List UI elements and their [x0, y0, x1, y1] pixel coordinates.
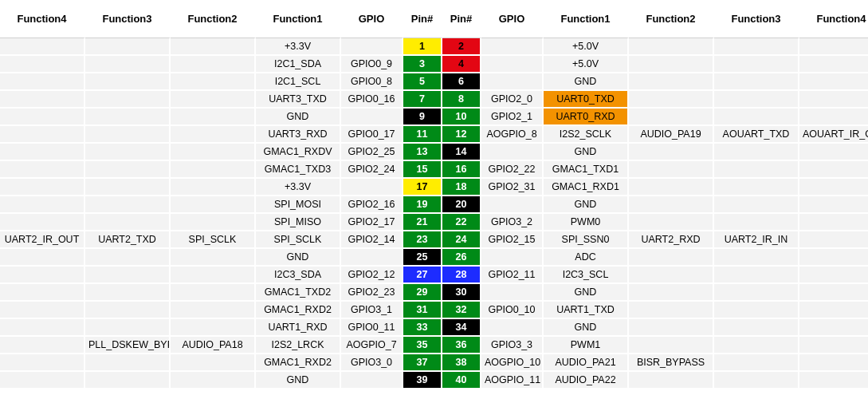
table-row: SPI_MOSIGPIO2_161920GND: [0, 196, 868, 214]
f1l-cell: GMAC1_RXD2: [256, 354, 341, 372]
gpior-cell: GPIO2_15: [481, 231, 544, 249]
f1l-cell: I2C3_SDA: [256, 267, 341, 284]
f3l-cell: [85, 267, 171, 284]
f2l-cell: [171, 354, 256, 372]
pin-right-cell: 8: [442, 91, 481, 109]
f3r-cell: [714, 372, 799, 389]
table-row: GMAC1_RXD2GPIO3_03738AOGPIO_10AUDIO_PA21…: [0, 354, 868, 372]
header-pin-right: Pin#: [442, 0, 481, 38]
table-row: +3.3V12+5.0V: [0, 38, 868, 56]
f2l-cell: [171, 56, 256, 73]
f1l-cell: I2C1_SDA: [256, 56, 341, 73]
table-row: GMAC1_RXD2GPIO3_13132GPIO0_10UART1_TXD: [0, 302, 868, 319]
f2l-cell: [171, 196, 256, 214]
pin-left-cell: 19: [403, 196, 442, 214]
f4l-cell: [0, 179, 85, 196]
gpiol-cell: GPIO0_8: [341, 73, 403, 91]
table-row: I2C1_SDAGPIO0_934+5.0V: [0, 56, 868, 73]
f3r-cell: [714, 284, 799, 302]
table-row: UART1_RXDGPIO0_113334GND: [0, 319, 868, 337]
pin-left-cell: 35: [403, 337, 442, 354]
f1r-cell: UART1_TXD: [544, 302, 629, 319]
f4r-cell: [799, 284, 868, 302]
f2l-cell: SPI_SCLK: [171, 231, 256, 249]
gpiol-cell: [341, 109, 403, 126]
pin-left-cell: 25: [403, 249, 442, 267]
pin-left-cell: 7: [403, 91, 442, 109]
f4l-cell: UART2_IR_OUT: [0, 231, 85, 249]
pin-left-cell: 5: [403, 73, 442, 91]
gpior-cell: [481, 319, 544, 337]
f3r-cell: [714, 302, 799, 319]
f4r-cell: [799, 372, 868, 389]
pin-right-cell: 10: [442, 109, 481, 126]
f4l-cell: [0, 214, 85, 231]
table-row: I2C3_SDAGPIO2_122728GPIO2_11I2C3_SCL: [0, 267, 868, 284]
pin-left-cell: 15: [403, 161, 442, 179]
f1r-cell: GMAC1_RXD1: [544, 179, 629, 196]
pin-right-cell: 30: [442, 284, 481, 302]
f2r-cell: [629, 73, 714, 91]
f1l-cell: GMAC1_TXD3: [256, 161, 341, 179]
f4l-cell: [0, 267, 85, 284]
pin-right-cell: 12: [442, 126, 481, 144]
f2l-cell: [171, 284, 256, 302]
f3r-cell: UART2_IR_IN: [714, 231, 799, 249]
gpior-cell: GPIO3_3: [481, 337, 544, 354]
f3l-cell: [85, 109, 171, 126]
pin-right-cell: 16: [442, 161, 481, 179]
f4r-cell: [799, 196, 868, 214]
pin-right-cell: 14: [442, 144, 481, 161]
f1l-cell: I2S2_LRCK: [256, 337, 341, 354]
f2l-cell: [171, 302, 256, 319]
pin-right-cell: 28: [442, 267, 481, 284]
f4l-cell: [0, 319, 85, 337]
table-row: GND910GPIO2_1UART0_RXD: [0, 109, 868, 126]
table-row: GND3940AOGPIO_11AUDIO_PA22: [0, 372, 868, 389]
f4l-cell: [0, 372, 85, 389]
pin-right-cell: 26: [442, 249, 481, 267]
f1l-cell: SPI_MISO: [256, 214, 341, 231]
f2r-cell: [629, 91, 714, 109]
f3r-cell: [714, 267, 799, 284]
f2l-cell: [171, 179, 256, 196]
f4l-cell: [0, 354, 85, 372]
f2r-cell: [629, 214, 714, 231]
f1l-cell: +3.3V: [256, 38, 341, 56]
gpiol-cell: AOGPIO_7: [341, 337, 403, 354]
f3r-cell: [714, 109, 799, 126]
table-row: GMAC1_TXD2GPIO2_232930GND: [0, 284, 868, 302]
gpiol-cell: [341, 249, 403, 267]
f4l-cell: [0, 302, 85, 319]
table-row: GND2526ADC: [0, 249, 868, 267]
pin-left-cell: 3: [403, 56, 442, 73]
pin-right-cell: 34: [442, 319, 481, 337]
f2r-cell: [629, 196, 714, 214]
gpiol-cell: GPIO2_23: [341, 284, 403, 302]
f4l-cell: [0, 126, 85, 144]
gpiol-cell: GPIO3_1: [341, 302, 403, 319]
gpior-cell: [481, 38, 544, 56]
f2l-cell: AUDIO_PA18: [171, 337, 256, 354]
f4l-cell: [0, 161, 85, 179]
f3l-cell: UART2_TXD: [85, 231, 171, 249]
f1r-cell: SPI_SSN0: [544, 231, 629, 249]
pin-right-cell: 32: [442, 302, 481, 319]
gpior-cell: [481, 56, 544, 73]
f3l-cell: [85, 214, 171, 231]
f1l-cell: GMAC1_RXDV: [256, 144, 341, 161]
gpior-cell: GPIO2_22: [481, 161, 544, 179]
f3r-cell: [714, 144, 799, 161]
pin-left-cell: 17: [403, 179, 442, 196]
table-row: PLL_DSKEW_BYPASSAUDIO_PA18I2S2_LRCKAOGPI…: [0, 337, 868, 354]
gpior-cell: GPIO0_10: [481, 302, 544, 319]
pin-right-cell: 6: [442, 73, 481, 91]
f1r-cell: GND: [544, 196, 629, 214]
f4r-cell: [799, 249, 868, 267]
f2r-cell: UART2_RXD: [629, 231, 714, 249]
f3r-cell: [714, 73, 799, 91]
pin-left-cell: 31: [403, 302, 442, 319]
f3l-cell: [85, 196, 171, 214]
f2r-cell: [629, 249, 714, 267]
f4l-cell: [0, 144, 85, 161]
